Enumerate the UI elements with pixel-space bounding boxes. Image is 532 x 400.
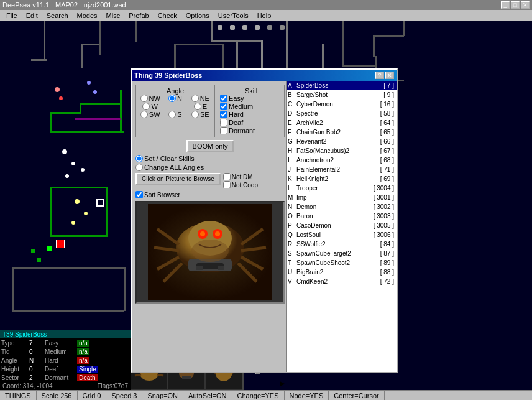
scroll-right-button[interactable]: ▶ [280,379,285,388]
monster-id: [ 87 ] [380,250,395,257]
click-picture-button[interactable]: Click on Picture to Browse [135,173,221,185]
angle-section: Angle NW N NE W E SW S SE [135,85,215,137]
status-scale: Scale 256 [37,391,78,400]
status-things[interactable]: THINGS [0,391,37,400]
monster-item[interactable]: CCyberDemon[ 16 ] [287,100,397,109]
dialog-help-button[interactable]: ? [375,72,384,79]
angle-se[interactable]: SE [191,111,209,118]
angle-w[interactable]: W [142,103,157,110]
menu-help[interactable]: Help [254,11,275,20]
monster-id: [ 88 ] [380,269,395,276]
skill-hard[interactable]: Hard [220,111,282,118]
monster-item[interactable]: BSarge/Shot[ 9 ] [287,90,397,100]
angle-s[interactable]: S [168,111,181,118]
monster-name: SpawnCubeTarget2 [296,250,380,257]
monster-letter: H [288,147,296,154]
monster-letter: I [288,157,296,164]
menu-usertools[interactable]: UserTools [214,11,252,20]
type-label: Type [0,338,28,347]
sort-browser-check[interactable]: Sort Browser [135,191,285,198]
monster-item[interactable]: ASpiderBoss[ 7 ] [287,81,397,90]
monster-id: [ 7 ] [383,82,395,89]
monster-letter: M [288,194,296,201]
monster-id: [ 67 ] [380,147,395,154]
skill-section: Skill Easy Medium Hard Deaf Dormant [218,85,285,137]
monster-item[interactable]: KHellKnight2[ 69 ] [287,174,397,184]
monster-letter: R [288,241,296,248]
dialog-close-button[interactable]: ✕ [385,72,394,79]
monster-item[interactable]: RSSWolfie2[ 84 ] [287,240,397,249]
menu-prefab[interactable]: Prefab [125,11,152,20]
monster-item[interactable]: NDemon[ 3002 ] [287,202,397,212]
monster-item[interactable]: TSpawnCubeShoot2[ 89 ] [287,258,397,267]
monster-letter: B [288,91,296,98]
easy-value: n/a [76,338,113,347]
monster-item[interactable]: DSpectre[ 58 ] [287,109,397,118]
angle-label: Angle [138,87,213,95]
monster-name: Revenant2 [296,138,380,145]
sector-label: Sector [0,373,28,382]
monster-letter: K [288,175,296,182]
not-coop-check[interactable]: Not Coop [223,181,258,188]
monster-name: SpiderBoss [296,82,383,89]
monster-id: [ 3002 ] [374,203,395,210]
skill-dormant[interactable]: Dormant [220,127,282,134]
monster-item[interactable]: SSpawnCubeTarget2[ 87 ] [287,249,397,258]
change-all-angles-radio[interactable]: Change ALL Angles [135,164,285,171]
set-clear-skills-radio[interactable]: Set / Clear Skills [135,155,285,162]
monster-letter: P [288,222,296,229]
angle-sw[interactable]: SW [140,111,160,118]
monster-item[interactable]: HFatSo(Mancubus)2[ 67 ] [287,146,397,156]
monster-letter: A [288,82,296,89]
monster-item[interactable]: LTrooper[ 3004 ] [287,184,397,193]
monster-item[interactable]: GRevenant2[ 66 ] [287,137,397,146]
monster-id: [ 3001 ] [374,194,395,201]
monster-item[interactable]: QLostSoul[ 3006 ] [287,230,397,240]
boom-only-button[interactable]: BOOM only [186,140,234,152]
menu-file[interactable]: File [2,11,21,20]
thing-dialog: Thing 39 SpiderBoss ? ✕ Angle NW N NE [131,68,398,373]
menu-edit[interactable]: Edit [22,11,42,20]
menubar: File Edit Search Modes Misc Prefab Check… [0,10,532,21]
close-button[interactable]: ✕ [521,1,530,9]
menu-check[interactable]: Check [154,11,181,20]
monster-item[interactable]: JPainElemental2[ 71 ] [287,165,397,174]
skill-easy[interactable]: Easy [220,95,282,102]
height-label: Height [0,365,28,373]
menu-modes[interactable]: Modes [73,11,101,20]
menu-search[interactable]: Search [43,11,72,20]
monster-id: [ 65 ] [380,129,395,136]
angle-nw[interactable]: NW [140,95,160,102]
monster-item[interactable]: EArchVile2[ 64 ] [287,118,397,128]
svg-point-5 [200,231,205,236]
app-titlebar: DeePsea v11.1 - MAP02 - njzd2001.wad _ □… [0,0,532,10]
hard-label: Hard [44,356,76,365]
monster-letter: G [288,138,296,145]
sector-value: 2 [28,373,44,382]
monster-id: [ 69 ] [380,175,395,182]
monster-list[interactable]: ASpiderBoss[ 7 ]BSarge/Shot[ 9 ]CCyberDe… [287,81,397,372]
monster-item[interactable]: IArachnotron2[ 68 ] [287,156,397,165]
monster-item[interactable]: VCmdKeen2[ 72 ] [287,277,397,286]
monster-name: ArchVile2 [296,119,380,126]
skill-deaf[interactable]: Deaf [220,119,282,126]
status-node: Node=YES [285,391,329,400]
monster-item[interactable]: MImp[ 3001 ] [287,193,397,202]
skill-label: Skill [220,87,282,95]
monster-item[interactable]: FChainGun Bob2[ 65 ] [287,128,397,137]
monster-item[interactable]: UBigBrain2[ 88 ] [287,267,397,277]
not-dm-check[interactable]: Not DM [223,173,258,180]
angle-e[interactable]: E [194,103,207,110]
minimize-button[interactable]: _ [501,1,510,9]
monster-name: FatSo(Mancubus)2 [296,147,380,154]
menu-misc[interactable]: Misc [103,11,124,20]
monster-item[interactable]: PCacoDemon[ 3005 ] [287,221,397,230]
monster-letter: C [288,101,296,108]
angle-ne[interactable]: NE [191,95,209,102]
monster-picture[interactable] [135,201,285,304]
skill-medium[interactable]: Medium [220,103,282,110]
monster-item[interactable]: OBaron[ 3003 ] [287,212,397,221]
angle-n[interactable]: N [168,95,182,102]
menu-options[interactable]: Options [182,11,213,20]
maximize-button[interactable]: □ [511,1,520,9]
